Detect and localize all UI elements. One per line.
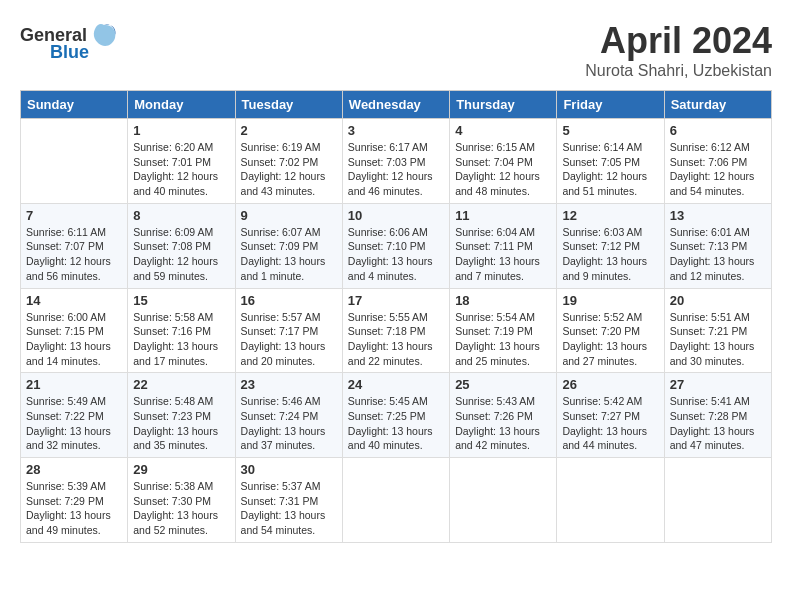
weekday-header-saturday: Saturday (664, 91, 771, 119)
day-info: Sunrise: 6:12 AM Sunset: 7:06 PM Dayligh… (670, 140, 766, 199)
day-info: Sunrise: 5:46 AM Sunset: 7:24 PM Dayligh… (241, 394, 337, 453)
calendar-cell: 18Sunrise: 5:54 AM Sunset: 7:19 PM Dayli… (450, 288, 557, 373)
day-number: 28 (26, 462, 122, 477)
day-info: Sunrise: 5:54 AM Sunset: 7:19 PM Dayligh… (455, 310, 551, 369)
day-info: Sunrise: 5:58 AM Sunset: 7:16 PM Dayligh… (133, 310, 229, 369)
title-area: April 2024 Nurota Shahri, Uzbekistan (585, 20, 772, 80)
day-info: Sunrise: 6:03 AM Sunset: 7:12 PM Dayligh… (562, 225, 658, 284)
calendar-cell: 10Sunrise: 6:06 AM Sunset: 7:10 PM Dayli… (342, 203, 449, 288)
calendar-cell: 26Sunrise: 5:42 AM Sunset: 7:27 PM Dayli… (557, 373, 664, 458)
day-number: 26 (562, 377, 658, 392)
day-info: Sunrise: 5:37 AM Sunset: 7:31 PM Dayligh… (241, 479, 337, 538)
day-number: 12 (562, 208, 658, 223)
calendar-cell: 5Sunrise: 6:14 AM Sunset: 7:05 PM Daylig… (557, 119, 664, 204)
weekday-header-sunday: Sunday (21, 91, 128, 119)
week-row-4: 21Sunrise: 5:49 AM Sunset: 7:22 PM Dayli… (21, 373, 772, 458)
calendar-cell (342, 458, 449, 543)
day-number: 3 (348, 123, 444, 138)
calendar-cell: 28Sunrise: 5:39 AM Sunset: 7:29 PM Dayli… (21, 458, 128, 543)
weekday-header-friday: Friday (557, 91, 664, 119)
day-info: Sunrise: 6:01 AM Sunset: 7:13 PM Dayligh… (670, 225, 766, 284)
day-number: 2 (241, 123, 337, 138)
day-info: Sunrise: 5:51 AM Sunset: 7:21 PM Dayligh… (670, 310, 766, 369)
calendar-cell: 1Sunrise: 6:20 AM Sunset: 7:01 PM Daylig… (128, 119, 235, 204)
calendar-cell (21, 119, 128, 204)
day-info: Sunrise: 5:57 AM Sunset: 7:17 PM Dayligh… (241, 310, 337, 369)
calendar-cell: 14Sunrise: 6:00 AM Sunset: 7:15 PM Dayli… (21, 288, 128, 373)
day-info: Sunrise: 6:14 AM Sunset: 7:05 PM Dayligh… (562, 140, 658, 199)
day-number: 19 (562, 293, 658, 308)
day-info: Sunrise: 6:15 AM Sunset: 7:04 PM Dayligh… (455, 140, 551, 199)
logo-icon (89, 20, 119, 50)
day-number: 14 (26, 293, 122, 308)
calendar-cell: 19Sunrise: 5:52 AM Sunset: 7:20 PM Dayli… (557, 288, 664, 373)
day-info: Sunrise: 5:52 AM Sunset: 7:20 PM Dayligh… (562, 310, 658, 369)
calendar-cell: 8Sunrise: 6:09 AM Sunset: 7:08 PM Daylig… (128, 203, 235, 288)
day-number: 22 (133, 377, 229, 392)
calendar-cell: 30Sunrise: 5:37 AM Sunset: 7:31 PM Dayli… (235, 458, 342, 543)
weekday-header-thursday: Thursday (450, 91, 557, 119)
day-number: 8 (133, 208, 229, 223)
location-title: Nurota Shahri, Uzbekistan (585, 62, 772, 80)
calendar-cell: 6Sunrise: 6:12 AM Sunset: 7:06 PM Daylig… (664, 119, 771, 204)
week-row-5: 28Sunrise: 5:39 AM Sunset: 7:29 PM Dayli… (21, 458, 772, 543)
calendar-cell: 11Sunrise: 6:04 AM Sunset: 7:11 PM Dayli… (450, 203, 557, 288)
weekday-header-tuesday: Tuesday (235, 91, 342, 119)
day-number: 27 (670, 377, 766, 392)
day-info: Sunrise: 6:17 AM Sunset: 7:03 PM Dayligh… (348, 140, 444, 199)
month-title: April 2024 (585, 20, 772, 62)
week-row-2: 7Sunrise: 6:11 AM Sunset: 7:07 PM Daylig… (21, 203, 772, 288)
day-info: Sunrise: 6:07 AM Sunset: 7:09 PM Dayligh… (241, 225, 337, 284)
day-number: 21 (26, 377, 122, 392)
calendar-cell: 17Sunrise: 5:55 AM Sunset: 7:18 PM Dayli… (342, 288, 449, 373)
day-info: Sunrise: 5:41 AM Sunset: 7:28 PM Dayligh… (670, 394, 766, 453)
day-info: Sunrise: 5:39 AM Sunset: 7:29 PM Dayligh… (26, 479, 122, 538)
day-number: 17 (348, 293, 444, 308)
day-info: Sunrise: 6:06 AM Sunset: 7:10 PM Dayligh… (348, 225, 444, 284)
calendar-cell: 24Sunrise: 5:45 AM Sunset: 7:25 PM Dayli… (342, 373, 449, 458)
calendar-cell: 15Sunrise: 5:58 AM Sunset: 7:16 PM Dayli… (128, 288, 235, 373)
calendar-cell: 4Sunrise: 6:15 AM Sunset: 7:04 PM Daylig… (450, 119, 557, 204)
calendar-cell: 12Sunrise: 6:03 AM Sunset: 7:12 PM Dayli… (557, 203, 664, 288)
day-info: Sunrise: 6:09 AM Sunset: 7:08 PM Dayligh… (133, 225, 229, 284)
calendar-cell (450, 458, 557, 543)
calendar-cell: 16Sunrise: 5:57 AM Sunset: 7:17 PM Dayli… (235, 288, 342, 373)
page-header: General Blue April 2024 Nurota Shahri, U… (20, 20, 772, 80)
day-info: Sunrise: 6:19 AM Sunset: 7:02 PM Dayligh… (241, 140, 337, 199)
day-number: 13 (670, 208, 766, 223)
weekday-header-row: SundayMondayTuesdayWednesdayThursdayFrid… (21, 91, 772, 119)
calendar-table: SundayMondayTuesdayWednesdayThursdayFrid… (20, 90, 772, 543)
day-number: 9 (241, 208, 337, 223)
calendar-cell: 21Sunrise: 5:49 AM Sunset: 7:22 PM Dayli… (21, 373, 128, 458)
day-number: 25 (455, 377, 551, 392)
calendar-cell: 20Sunrise: 5:51 AM Sunset: 7:21 PM Dayli… (664, 288, 771, 373)
day-info: Sunrise: 5:45 AM Sunset: 7:25 PM Dayligh… (348, 394, 444, 453)
week-row-3: 14Sunrise: 6:00 AM Sunset: 7:15 PM Dayli… (21, 288, 772, 373)
logo-text-blue: Blue (50, 42, 89, 63)
day-info: Sunrise: 6:11 AM Sunset: 7:07 PM Dayligh… (26, 225, 122, 284)
calendar-cell: 3Sunrise: 6:17 AM Sunset: 7:03 PM Daylig… (342, 119, 449, 204)
day-number: 20 (670, 293, 766, 308)
calendar-cell: 29Sunrise: 5:38 AM Sunset: 7:30 PM Dayli… (128, 458, 235, 543)
day-number: 30 (241, 462, 337, 477)
week-row-1: 1Sunrise: 6:20 AM Sunset: 7:01 PM Daylig… (21, 119, 772, 204)
calendar-cell: 27Sunrise: 5:41 AM Sunset: 7:28 PM Dayli… (664, 373, 771, 458)
calendar-cell: 23Sunrise: 5:46 AM Sunset: 7:24 PM Dayli… (235, 373, 342, 458)
day-number: 18 (455, 293, 551, 308)
day-info: Sunrise: 5:49 AM Sunset: 7:22 PM Dayligh… (26, 394, 122, 453)
day-number: 6 (670, 123, 766, 138)
calendar-cell: 25Sunrise: 5:43 AM Sunset: 7:26 PM Dayli… (450, 373, 557, 458)
logo: General Blue (20, 20, 119, 63)
calendar-cell: 9Sunrise: 6:07 AM Sunset: 7:09 PM Daylig… (235, 203, 342, 288)
day-info: Sunrise: 5:55 AM Sunset: 7:18 PM Dayligh… (348, 310, 444, 369)
day-info: Sunrise: 6:00 AM Sunset: 7:15 PM Dayligh… (26, 310, 122, 369)
calendar-cell: 22Sunrise: 5:48 AM Sunset: 7:23 PM Dayli… (128, 373, 235, 458)
day-info: Sunrise: 5:38 AM Sunset: 7:30 PM Dayligh… (133, 479, 229, 538)
calendar-cell: 13Sunrise: 6:01 AM Sunset: 7:13 PM Dayli… (664, 203, 771, 288)
day-info: Sunrise: 6:04 AM Sunset: 7:11 PM Dayligh… (455, 225, 551, 284)
calendar-cell (664, 458, 771, 543)
day-number: 7 (26, 208, 122, 223)
calendar-cell: 2Sunrise: 6:19 AM Sunset: 7:02 PM Daylig… (235, 119, 342, 204)
day-number: 1 (133, 123, 229, 138)
day-number: 5 (562, 123, 658, 138)
